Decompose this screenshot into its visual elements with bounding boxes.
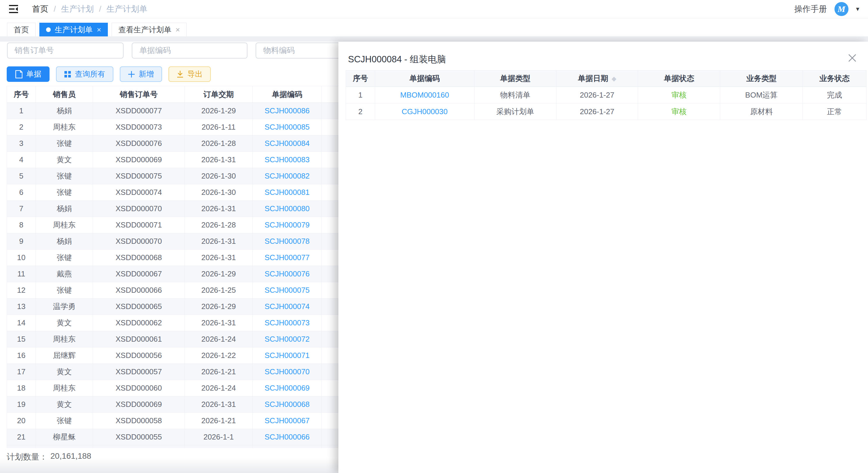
doc-code-link[interactable]: SCJH000080 xyxy=(253,201,322,217)
tab-view-production-plan-order[interactable]: 查看生产计划单 × xyxy=(112,23,187,36)
doc-code-link[interactable]: SCJH000074 xyxy=(253,299,322,315)
table-row: 4 黄文 XSDD000069 2026-1-31 SCJH000083 xyxy=(7,152,365,168)
plan-quantity-label: 计划数量： xyxy=(7,451,48,463)
doc-code-link[interactable]: SCJH000083 xyxy=(253,152,322,168)
doc-code-link[interactable]: SCJH000072 xyxy=(253,331,322,347)
cell-seq: 19 xyxy=(7,396,36,413)
cell-seq: 7 xyxy=(7,201,36,217)
add-button[interactable]: 新增 xyxy=(120,66,162,82)
tab-label: 查看生产计划单 xyxy=(118,25,172,35)
cell-biz-type: BOM运算 xyxy=(720,87,803,103)
cell-seller: 张键 xyxy=(36,249,93,266)
table-row: 14 黄文 XSDD000062 2026-1-31 SCJH000073 xyxy=(7,315,365,331)
app-header: 首页 / 生产计划 / 生产计划单 操作手册 M ▾ xyxy=(0,0,868,19)
cell-due-date: 2026-1-24 xyxy=(185,380,253,396)
table-row: 3 张键 XSDD000076 2026-1-28 SCJH000084 xyxy=(7,135,365,152)
breadcrumb-production-plan[interactable]: 生产计划 xyxy=(61,3,94,14)
cell-due-date: 2026-1-31 xyxy=(185,201,253,217)
cell-doc-type: 采购计划单 xyxy=(474,103,556,120)
breadcrumb-production-plan-order[interactable]: 生产计划单 xyxy=(107,3,148,14)
dropdown-caret-icon[interactable]: ▾ xyxy=(856,6,859,12)
doc-code-link[interactable]: SCJH000068 xyxy=(253,396,322,413)
cell-seller: 周桂东 xyxy=(36,331,93,347)
sales-order-input[interactable] xyxy=(7,42,124,59)
add-button-label: 新增 xyxy=(139,69,154,79)
cell-sales-order: XSDD000075 xyxy=(93,168,185,184)
table-row: 1 杨娟 XSDD000077 2026-1-29 SCJH000086 xyxy=(7,103,365,119)
header-right: 操作手册 M ▾ xyxy=(794,2,859,16)
tab-production-plan-order[interactable]: 生产计划单 × xyxy=(39,23,108,36)
cell-seller: 张键 xyxy=(36,282,93,299)
cell-due-date: 2026-1-21 xyxy=(185,364,253,380)
plan-quantity-total: 计划数量： 20,161,188 xyxy=(7,451,91,463)
doc-code-link[interactable]: SCJH000084 xyxy=(253,135,322,152)
cell-due-date: 2026-1-28 xyxy=(185,135,253,152)
sort-icon[interactable]: ◆ xyxy=(612,75,616,82)
col-biz-type: 业务类型 xyxy=(720,70,803,87)
cell-seq: 10 xyxy=(7,249,36,266)
doc-code-link[interactable]: SCJH000070 xyxy=(253,364,322,380)
doc-code-input[interactable] xyxy=(132,42,247,59)
doc-code-link[interactable]: SCJH000067 xyxy=(253,413,322,429)
doc-code-link[interactable]: SCJH000079 xyxy=(253,217,322,233)
doc-code-link[interactable]: SCJH000071 xyxy=(253,347,322,364)
tab-label: 首页 xyxy=(14,25,29,35)
doc-code-link[interactable]: SCJH000066 xyxy=(253,429,322,445)
drawer-table-body: 1 MBOM000160 物料清单 2026-1-27 审核 BOM运算 完成 … xyxy=(346,87,867,120)
avatar[interactable]: M xyxy=(835,2,848,16)
doc-code-link[interactable]: SCJH000086 xyxy=(253,103,322,119)
doc-code-link[interactable]: CGJH000030 xyxy=(375,103,474,120)
cell-seq: 20 xyxy=(7,413,36,429)
doc-code-link[interactable]: SCJH000075 xyxy=(253,282,322,299)
cell-seq: 16 xyxy=(7,347,36,364)
doc-code-link[interactable]: MBOM000160 xyxy=(375,87,474,103)
cell-seq: 11 xyxy=(7,266,36,282)
tab-close-icon[interactable]: × xyxy=(176,26,180,33)
doc-code-link[interactable]: SCJH000076 xyxy=(253,266,322,282)
table-row: 10 张键 XSDD000068 2026-1-31 SCJH000077 xyxy=(7,249,365,266)
doc-code-link[interactable]: SCJH000081 xyxy=(253,184,322,201)
cell-sales-order: XSDD000057 xyxy=(93,364,185,380)
cell-seller: 杨娟 xyxy=(36,103,93,119)
doc-code-link[interactable]: SCJH000077 xyxy=(253,249,322,266)
menu-fold-icon[interactable] xyxy=(9,5,19,13)
cell-seq: 2 xyxy=(346,103,375,120)
production-plan-table: 序号 销售员 销售订单号 订单交期 单据编码 1 杨娟 XSDD000077 2… xyxy=(7,86,365,448)
cell-seq: 4 xyxy=(7,152,36,168)
manual-link[interactable]: 操作手册 xyxy=(794,3,827,14)
cell-sales-order: XSDD000077 xyxy=(93,103,185,119)
table-row: 6 张键 XSDD000074 2026-1-30 SCJH000081 xyxy=(7,184,365,201)
detail-drawer: SCJH000084 - 组装电脑 序号 单据编码 单据类型 单据日期 ◆ 单据… xyxy=(338,42,868,473)
cell-seller: 杨娟 xyxy=(36,201,93,217)
cell-seq: 8 xyxy=(7,217,36,233)
cell-due-date: 2026-1-31 xyxy=(185,152,253,168)
tab-home[interactable]: 首页 xyxy=(7,23,36,36)
cell-sales-order: XSDD000069 xyxy=(93,396,185,413)
doc-code-link[interactable]: SCJH000085 xyxy=(253,119,322,135)
tab-close-icon[interactable]: × xyxy=(97,26,101,33)
close-icon[interactable] xyxy=(847,53,857,63)
col-doc-type: 单据类型 xyxy=(474,70,556,87)
related-docs-table: 序号 单据编码 单据类型 单据日期 ◆ 单据状态 业务类型 业务状态 1 MBO… xyxy=(346,70,867,120)
doc-code-link[interactable]: SCJH000082 xyxy=(253,168,322,184)
doc-code-link[interactable]: SCJH000078 xyxy=(253,233,322,249)
breadcrumb-home[interactable]: 首页 xyxy=(32,3,49,14)
cell-seq: 2 xyxy=(7,119,36,135)
cell-seller: 柳星稣 xyxy=(36,429,93,445)
cell-seq: 14 xyxy=(7,315,36,331)
cell-seq: 5 xyxy=(7,168,36,184)
cell-sales-order: XSDD000068 xyxy=(93,249,185,266)
cell-due-date: 2026-1-31 xyxy=(185,233,253,249)
document-button-label: 单据 xyxy=(26,69,41,79)
cell-due-date: 2026-1-22 xyxy=(185,347,253,364)
doc-code-link[interactable]: SCJH000073 xyxy=(253,315,322,331)
table-row: 20 张键 XSDD000058 2026-1-21 SCJH000067 xyxy=(7,413,365,429)
table-header-row: 序号 销售员 销售订单号 订单交期 单据编码 xyxy=(7,86,365,103)
export-button[interactable]: 导出 xyxy=(168,66,211,82)
query-all-label: 查询所有 xyxy=(75,69,105,79)
doc-code-link[interactable]: SCJH000069 xyxy=(253,380,322,396)
cell-due-date: 2026-1-11 xyxy=(185,119,253,135)
clipped-row xyxy=(7,445,365,448)
query-all-button[interactable]: 查询所有 xyxy=(56,66,113,82)
document-button[interactable]: 单据 xyxy=(7,66,50,82)
